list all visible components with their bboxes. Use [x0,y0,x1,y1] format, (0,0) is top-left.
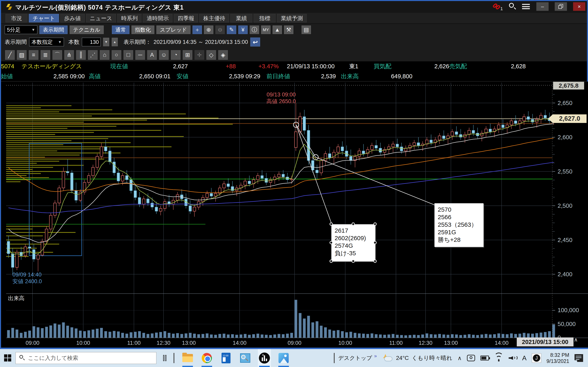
text-tool-icon[interactable]: A [147,50,157,60]
selection-handle[interactable] [373,222,377,226]
wrench-icon[interactable]: ⚒ [284,25,293,34]
tab-指標[interactable]: 指標 [254,14,276,22]
quote-cell: 2,650 09:01 [111,73,171,80]
yen-icon[interactable]: ¥ [238,25,248,34]
copy-object-tool-icon[interactable]: ⊞ [183,50,192,60]
dense-horizontal-lines-tool-icon[interactable]: ≣ [41,50,50,60]
selection-handle[interactable] [329,241,333,244]
tab-時系列[interactable]: 時系列 [117,14,141,22]
hand-drag-tool-icon[interactable]: ✛ [195,50,204,60]
selection-handle[interactable] [373,259,377,263]
weather-widget[interactable]: 24°C くもり時々晴れ [383,354,452,363]
ma-slow [9,138,554,193]
selection-handle[interactable] [373,241,377,244]
hidden-icons-chevron[interactable]: ∧ [458,355,462,361]
quote-cell: 安値 [171,72,201,81]
tab-株主優待[interactable]: 株主優待 [199,14,229,22]
trade-note-box-right[interactable]: 257025662553（2563）2591G勝ち+28 [434,203,484,247]
reload-button[interactable]: ↩ [250,38,260,47]
tab-チャート[interactable]: チャート [29,14,59,22]
high-annotation[interactable]: 09/13 09:00 高値 2650.0 [261,91,302,105]
erase-all-tool-icon[interactable]: ◈ [218,50,228,60]
zoom-out-icon[interactable]: ⊖ [215,25,225,34]
pencil-icon[interactable]: ✎ [227,25,236,34]
mode-button-指数化[interactable]: 指数化 [131,25,154,34]
file-explorer-icon[interactable] [181,349,194,367]
tab-ニュース[interactable]: ニュース [86,14,116,22]
volume-profile-bar [6,244,59,244]
horizontal-segment-tool-icon[interactable]: ─ [135,50,145,60]
info-icon[interactable]: ⓘ [250,25,259,34]
capture-tray-icon[interactable] [467,355,475,361]
ime-language-icon[interactable]: J [532,353,541,363]
fibonacci-arc-tool-icon[interactable]: ⌒ [52,50,62,60]
desktop-chevron-icon[interactable]: » [374,353,377,359]
candlestick-chart[interactable]: 09:0010:0011:0012:3013:0014:0009:0010:00… [1,82,588,348]
gann-fan-tool-icon[interactable]: ⋰ [88,50,98,60]
selection-handle[interactable] [329,222,333,226]
minimize-button[interactable]: – [536,2,549,11]
volume-profile-bar [6,232,76,233]
task-view-button[interactable] [160,353,170,363]
icon-stamp-tool-icon[interactable]: ☺ [159,50,169,60]
toolbar-button-テクニカル[interactable]: テクニカル [70,25,104,34]
tab-適時開示[interactable]: 適時開示 [143,14,173,22]
search-icon[interactable] [508,2,516,11]
my-chart-icon[interactable]: MY [261,25,270,34]
selection-handle[interactable] [329,259,333,263]
crosshair-icon[interactable]: ＋ [192,25,202,34]
ellipse-tool-icon[interactable]: ○ [112,50,121,60]
count-down-button[interactable]: ▼ [103,38,109,46]
tab-四季報[interactable]: 四季報 [174,14,198,22]
selection-handle[interactable] [352,222,355,226]
count-input[interactable]: 130 [82,38,101,46]
battery-icon[interactable] [480,356,489,360]
wifi-icon[interactable] [494,355,503,361]
trading-app-icon[interactable]: R [258,349,271,367]
interval-select[interactable]: 5分足▼ [5,25,37,34]
taskbar-clock[interactable]: 8:32 PM 9/13/2021 [546,352,569,364]
eraser-tool-icon[interactable]: ◇ [207,50,216,60]
speaker-icon[interactable] [509,355,517,361]
taskbar-search-input[interactable]: ここに入力して検索 [16,352,156,364]
trade-note-box-left[interactable]: 26172602(2609)2574G負け-35 [331,224,375,261]
time-cycle-tool-icon[interactable]: ◔ [171,50,181,60]
low-annotation[interactable]: 09/09 14:40 安値 2400.0 [12,271,53,285]
tab-業績予測[interactable]: 業績予測 [277,14,307,22]
candle-down [138,198,141,205]
tab-業績[interactable]: 業績 [230,14,252,22]
count-mode-select[interactable]: 本数指定▼ [29,38,64,46]
link-group-icon[interactable]: 1 [492,2,503,11]
magnifier-app-icon[interactable] [239,349,252,367]
toolbar-button-表示期間[interactable]: 表示期間 [39,25,68,34]
fibonacci-fan-tool-icon[interactable]: ⋔ [64,50,74,60]
selection-handle[interactable] [352,259,355,263]
parallel-line-tool-icon[interactable]: ▨ [17,50,26,60]
pentagon-tool-icon[interactable]: ⌂ [100,50,109,60]
menu-icon[interactable] [522,3,530,10]
mode-button-通常[interactable]: 通常 [112,25,130,34]
trendline-tool-icon[interactable]: ╱ [5,50,15,60]
rectangle-tool-icon[interactable]: □ [123,50,133,60]
zoom-in-icon[interactable]: ⊕ [204,25,213,34]
mode-button-スプレッド[interactable]: スプレッド [156,25,190,34]
start-button[interactable] [0,349,16,367]
chrome-icon[interactable] [200,349,213,367]
count-up-button[interactable]: ▲ [112,38,118,46]
ime-mode-indicator[interactable]: A [522,354,526,362]
restore-button[interactable] [555,2,567,11]
volume-bar [464,335,466,338]
mountain-chart-icon[interactable]: ▲ [273,25,282,34]
quote-cell: +88 [188,63,236,70]
notification-center-icon[interactable] [575,354,583,362]
chart-area[interactable]: 09:0010:0011:0012:3013:0014:0009:0010:00… [1,82,588,348]
tab-市況[interactable]: 市況 [6,14,27,22]
printer-icon[interactable]: ▤ [302,25,311,34]
horizontal-lines-tool-icon[interactable]: ≡ [29,50,38,60]
close-button[interactable]: × [573,2,585,11]
tab-歩み値[interactable]: 歩み値 [60,14,85,22]
desktop-toolbar-label[interactable]: デスクトップ [338,354,372,362]
clock-tile-app-icon[interactable]: 12:00 [219,349,233,367]
photos-app-icon[interactable] [277,349,290,367]
vertical-lines-tool-icon[interactable]: ║ [76,50,86,60]
